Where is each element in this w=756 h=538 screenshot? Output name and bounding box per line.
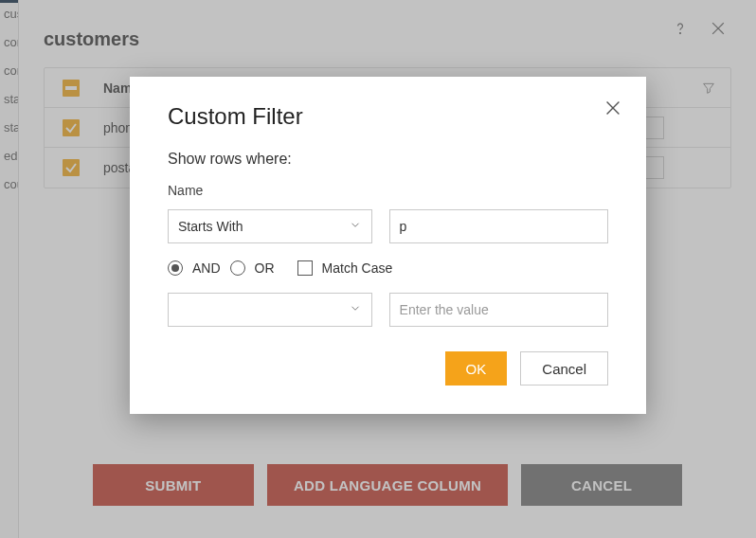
and-radio[interactable] [168,260,183,276]
select-value: Starts With [178,219,243,234]
dialog-title: Custom Filter [168,103,608,130]
condition2-value-input[interactable] [389,293,608,327]
dialog-subtitle: Show rows where: [168,151,608,168]
condition1-operator-select[interactable]: Starts With [168,209,372,243]
match-case-checkbox[interactable] [297,260,313,276]
and-label: AND [192,260,221,276]
or-label: OR [255,260,275,276]
field-label: Name [168,183,608,198]
condition1-value-input[interactable] [389,209,608,243]
custom-filter-dialog: Custom Filter Show rows where: Name Star… [130,77,646,414]
or-radio[interactable] [230,260,245,276]
cancel-modal-button[interactable]: Cancel [520,351,608,386]
chevron-down-icon [349,219,362,235]
chevron-down-icon [349,302,362,318]
condition2-operator-select[interactable] [168,293,372,327]
match-case-label: Match Case [322,260,393,276]
close-icon[interactable] [603,98,623,121]
ok-button[interactable]: OK [445,351,508,386]
